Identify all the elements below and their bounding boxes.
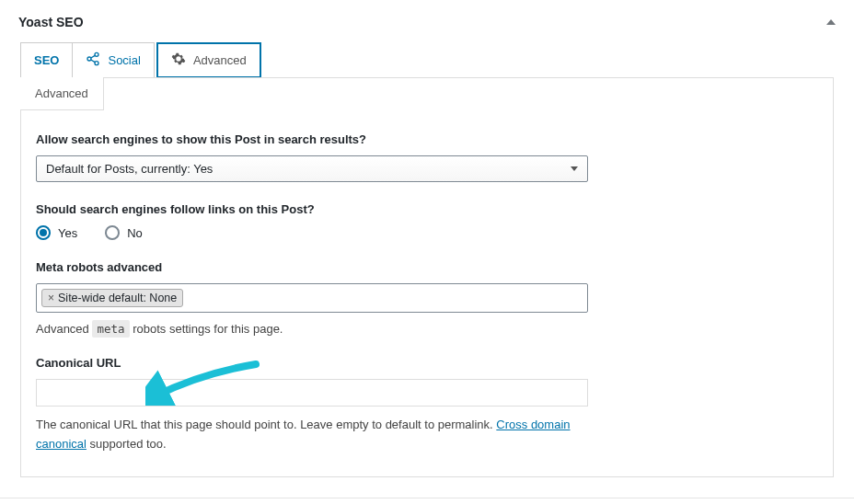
follow-links-label: Should search engines follow links on th… [36,202,818,216]
canonical-desc: The canonical URL that this page should … [36,416,597,454]
meta-robots-input[interactable]: × Site-wide default: None [36,283,588,313]
tab-social-label: Social [108,53,140,67]
content-box: Advanced Allow search engines to show th… [20,77,834,477]
canonical-input[interactable] [36,379,588,407]
field-follow-links: Should search engines follow links on th… [36,202,818,240]
allow-search-label: Allow search engines to show this Post i… [36,132,818,146]
field-allow-search: Allow search engines to show this Post i… [36,132,818,182]
canonical-desc-after: supported too. [87,437,167,451]
radio-no-label: No [127,226,143,240]
radio-yes[interactable]: Yes [36,225,77,240]
svg-point-2 [95,62,98,65]
tab-seo-label: SEO [34,53,59,67]
svg-line-3 [91,55,96,58]
canonical-desc-before: The canonical URL that this page should … [36,418,496,431]
meta-robots-tag: × Site-wide default: None [41,289,183,307]
field-meta-robots: Meta robots advanced × Site-wide default… [36,260,818,336]
sub-tab-advanced-label: Advanced [35,86,88,100]
sub-tab-advanced[interactable]: Advanced [20,77,104,110]
radio-no-circle [105,225,120,240]
meta-robots-help-before: Advanced [36,322,92,336]
canonical-label: Canonical URL [36,356,818,370]
collapse-arrow-icon [826,19,836,25]
radio-no[interactable]: No [105,225,143,240]
radio-yes-label: Yes [58,226,77,240]
allow-search-value: Default for Posts, currently: Yes [46,162,213,176]
svg-point-1 [87,57,91,61]
panel-body: SEO Social [0,42,854,498]
tab-social[interactable]: Social [72,42,154,78]
meta-robots-help-after: robots settings for this page. [130,322,283,336]
tag-remove-icon[interactable]: × [48,292,54,304]
gear-icon [171,52,186,69]
svg-line-4 [91,60,96,63]
radio-row: Yes No [36,225,818,240]
panel-title: Yoast SEO [18,15,84,29]
meta-robots-tag-text: Site-wide default: None [58,292,177,304]
meta-code: meta [92,320,129,338]
meta-robots-label: Meta robots advanced [36,260,818,274]
panel-header[interactable]: Yoast SEO [0,0,854,42]
form-area: Allow search engines to show this Post i… [21,110,833,476]
tab-advanced[interactable]: Advanced [156,42,261,78]
chevron-down-icon [571,166,578,171]
tab-seo[interactable]: SEO [20,42,73,78]
sub-tab-row: Advanced [21,78,833,110]
share-icon [86,52,100,69]
tab-advanced-label: Advanced [193,53,247,67]
tab-row: SEO Social [20,42,834,78]
radio-yes-circle [36,225,51,240]
allow-search-select[interactable]: Default for Posts, currently: Yes [36,155,588,182]
yoast-seo-panel: Yoast SEO SEO Social [0,0,854,498]
field-canonical: Canonical URL The canonical URL that thi… [36,356,818,454]
svg-point-0 [95,52,98,56]
meta-robots-help: Advanced meta robots settings for this p… [36,322,818,336]
